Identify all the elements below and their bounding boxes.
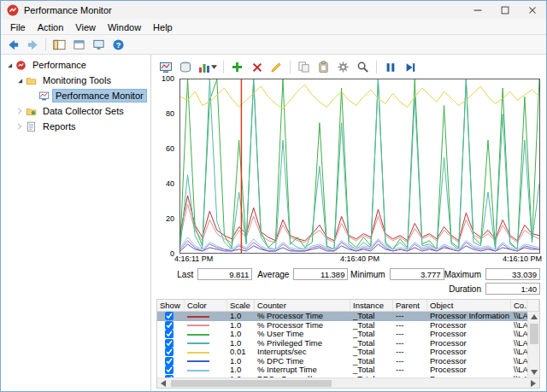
close-icon[interactable]	[519, 1, 546, 20]
chevron-down-icon[interactable]	[14, 75, 25, 86]
color-swatch	[187, 352, 209, 354]
cell-counter: % Processor Time	[255, 312, 350, 320]
tree-item-performance-monitor[interactable]: Performance Monitor	[1, 88, 150, 103]
tree-item-reports[interactable]: Reports	[1, 119, 150, 134]
cell-object: Processor	[427, 321, 511, 330]
menu-item-file[interactable]: File	[4, 20, 32, 34]
chevron-down-icon[interactable]	[3, 60, 15, 71]
cell-scale: 1.0	[227, 330, 255, 338]
titlebar: Performance Monitor	[1, 1, 546, 20]
toolbar-separator	[290, 61, 291, 73]
chevron-right-icon[interactable]	[14, 106, 25, 117]
freeze-display-icon[interactable]	[381, 59, 399, 76]
back-icon[interactable]	[3, 36, 22, 53]
main-area: Performance Monitoring Tools Performance…	[1, 55, 546, 391]
chart-type-dropdown-icon[interactable]	[196, 59, 219, 76]
y-axis-label: 60	[166, 145, 174, 153]
horizontal-scrollbar[interactable]	[157, 377, 539, 388]
stats-panel: Last 9.811 Average 11.389 Minimum 3.777 …	[156, 266, 540, 295]
average-label: Average	[252, 270, 293, 279]
column-header[interactable]: Show	[157, 300, 185, 311]
toolbar-separator	[376, 61, 377, 73]
cell-instance: _Total	[350, 312, 393, 320]
forward-icon[interactable]	[23, 36, 42, 53]
monitor-icon[interactable]	[89, 36, 108, 53]
column-header[interactable]: Co...	[511, 300, 527, 311]
table-row[interactable]: 1.0% Processor Time_Total---Processor\\L…	[157, 321, 527, 331]
column-header-filler	[527, 300, 539, 311]
view-log-data-icon[interactable]	[176, 59, 194, 76]
scroll-up-icon[interactable]	[528, 312, 540, 322]
paste-counter-list-icon[interactable]	[315, 59, 332, 76]
maximize-icon[interactable]	[491, 1, 519, 20]
vertical-scroll-thumb[interactable]	[530, 324, 538, 344]
folder-icon	[25, 105, 38, 117]
cell-computer: \\LA...	[511, 312, 527, 320]
console-tree-icon[interactable]	[50, 36, 68, 53]
update-data-icon[interactable]	[401, 59, 419, 76]
color-swatch	[187, 316, 209, 318]
show-checkbox[interactable]	[165, 339, 174, 348]
cell-object: Processor	[427, 348, 511, 356]
table-row[interactable]: 1.0% Privileged Time_Total---Processor\\…	[157, 339, 527, 348]
table-row[interactable]: 1.0% User Time_Total---Processor\\LA...	[157, 330, 527, 339]
chevron-right-icon[interactable]	[14, 121, 25, 132]
table-row[interactable]: 0.01Interrupts/sec_Total---Processor\\LA…	[157, 348, 527, 357]
column-header[interactable]: Color	[185, 300, 227, 311]
cell-instance: _Total	[350, 357, 393, 366]
help-icon[interactable]: ?	[109, 36, 127, 53]
show-checkbox[interactable]	[165, 312, 174, 320]
vertical-scrollbar[interactable]	[527, 312, 539, 377]
cell-computer: \\LA...	[511, 366, 527, 374]
show-checkbox[interactable]	[165, 357, 174, 366]
maximum-value: 33.039	[485, 268, 540, 280]
show-checkbox[interactable]	[165, 330, 174, 338]
show-checkbox[interactable]	[165, 348, 174, 356]
table-row[interactable]: 1.0% DPC Time_Total---Processor\\LA...	[157, 357, 527, 366]
column-header[interactable]: Instance	[350, 300, 393, 311]
minimize-icon[interactable]	[464, 1, 491, 20]
y-axis-label: 40	[166, 180, 174, 188]
cell-counter: Interrupts/sec	[255, 348, 350, 356]
tree-item-monitoring-tools[interactable]: Monitoring Tools	[1, 73, 150, 88]
menu-item-action[interactable]: Action	[32, 20, 70, 34]
menu-item-help[interactable]: Help	[147, 20, 179, 34]
zoom-icon[interactable]	[354, 59, 372, 76]
cell-object: Processor	[427, 330, 511, 338]
cell-object: Processor Information	[427, 312, 511, 320]
chart-area: 100806040200	[156, 79, 540, 254]
column-header[interactable]: Scale	[227, 300, 255, 311]
window-title: Performance Monitor	[24, 5, 464, 15]
folder-icon	[25, 74, 38, 86]
x-axis-label: 4:16:10 PM	[503, 255, 542, 263]
column-header[interactable]: Counter	[255, 300, 350, 311]
tree-item-performance[interactable]: Performance	[1, 57, 150, 73]
highlight-icon[interactable]	[268, 59, 285, 76]
cell-computer: \\LA...	[511, 339, 527, 348]
copy-properties-icon[interactable]	[295, 59, 313, 76]
column-header[interactable]: Parent	[393, 300, 427, 311]
table-row[interactable]: 1.0% Interrupt Time_Total---Processor\\L…	[157, 366, 527, 375]
view-current-activity-icon[interactable]	[156, 59, 174, 76]
menu-item-window[interactable]: Window	[102, 20, 147, 34]
scroll-right-icon[interactable]	[527, 378, 539, 389]
scroll-down-icon[interactable]	[528, 367, 540, 377]
y-axis-label: 80	[166, 110, 174, 118]
color-swatch	[187, 342, 209, 344]
cell-computer: \\LA...	[511, 321, 527, 330]
window-icon[interactable]	[69, 36, 88, 53]
stats-row: Duration 1:40	[156, 283, 540, 295]
properties-icon[interactable]	[334, 59, 352, 76]
color-swatch	[187, 370, 209, 372]
show-checkbox[interactable]	[165, 321, 174, 330]
menu-item-view[interactable]: View	[69, 20, 102, 34]
table-row[interactable]: 1.0% Processor Time_Total---Processor In…	[157, 312, 527, 321]
delete-counter-icon[interactable]	[248, 59, 266, 76]
show-checkbox[interactable]	[165, 366, 174, 374]
add-counter-icon[interactable]	[228, 59, 246, 76]
tree-item-data-collector-sets[interactable]: Data Collector Sets	[1, 103, 150, 119]
horizontal-scroll-thumb[interactable]	[171, 380, 332, 387]
cell-scale: 1.0	[227, 357, 255, 366]
scroll-left-icon[interactable]	[157, 378, 169, 389]
column-header[interactable]: Object	[427, 300, 511, 311]
